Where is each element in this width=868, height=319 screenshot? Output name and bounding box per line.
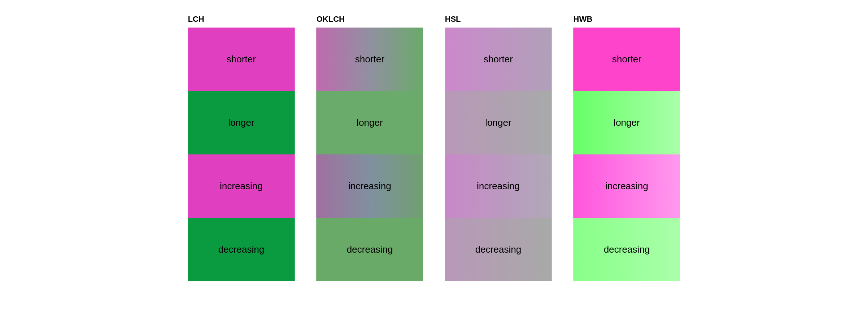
- cell-lch-decreasing: decreasing: [188, 218, 295, 281]
- color-grid-hsl: shorterlongerincreasingdecreasing: [445, 28, 552, 281]
- page-container: LCHshorterlongerincreasingdecreasingOKLC…: [188, 14, 680, 281]
- cell-label-hsl-decreasing: decreasing: [475, 244, 521, 255]
- cell-hwb-longer: longer: [573, 91, 680, 154]
- color-grid-oklch: shorterlongerincreasingdecreasing: [316, 28, 423, 281]
- group-title-hsl: HSL: [445, 14, 461, 24]
- cell-label-hsl-shorter: shorter: [484, 54, 513, 65]
- cell-oklch-decreasing: decreasing: [316, 218, 423, 281]
- cell-hsl-decreasing: decreasing: [445, 218, 552, 281]
- group-lch: LCHshorterlongerincreasingdecreasing: [188, 14, 295, 281]
- group-title-lch: LCH: [188, 14, 204, 24]
- group-title-hwb: HWB: [573, 14, 593, 24]
- group-hwb: HWBshorterlongerincreasingdecreasing: [573, 14, 680, 281]
- color-grid-lch: shorterlongerincreasingdecreasing: [188, 28, 295, 281]
- cell-hsl-shorter: shorter: [445, 28, 552, 91]
- cell-lch-longer: longer: [188, 91, 295, 154]
- cell-hwb-increasing: increasing: [573, 154, 680, 218]
- cell-lch-shorter: shorter: [188, 28, 295, 91]
- color-grid-hwb: shorterlongerincreasingdecreasing: [573, 28, 680, 281]
- cell-label-oklch-decreasing: decreasing: [347, 244, 393, 255]
- cell-label-hwb-increasing: increasing: [605, 181, 648, 192]
- cell-oklch-longer: longer: [316, 91, 423, 154]
- cell-label-hwb-shorter: shorter: [612, 54, 641, 65]
- cell-hwb-shorter: shorter: [573, 28, 680, 91]
- cell-label-hsl-increasing: increasing: [477, 181, 520, 192]
- cell-hsl-longer: longer: [445, 91, 552, 154]
- cell-label-oklch-increasing: increasing: [348, 181, 391, 192]
- cell-hsl-increasing: increasing: [445, 154, 552, 218]
- cell-label-hwb-longer: longer: [614, 117, 640, 128]
- cell-label-lch-decreasing: decreasing: [218, 244, 264, 255]
- group-hsl: HSLshorterlongerincreasingdecreasing: [445, 14, 552, 281]
- group-oklch: OKLCHshorterlongerincreasingdecreasing: [316, 14, 423, 281]
- cell-lch-increasing: increasing: [188, 154, 295, 218]
- cell-label-oklch-longer: longer: [357, 117, 383, 128]
- cell-label-hwb-decreasing: decreasing: [604, 244, 650, 255]
- cell-label-lch-longer: longer: [228, 117, 254, 128]
- group-title-oklch: OKLCH: [316, 14, 345, 24]
- cell-oklch-shorter: shorter: [316, 28, 423, 91]
- cell-label-oklch-shorter: shorter: [355, 54, 384, 65]
- cell-hwb-decreasing: decreasing: [573, 218, 680, 281]
- cell-label-lch-increasing: increasing: [220, 181, 263, 192]
- cell-label-lch-shorter: shorter: [227, 54, 256, 65]
- cell-label-hsl-longer: longer: [485, 117, 511, 128]
- cell-oklch-increasing: increasing: [316, 154, 423, 218]
